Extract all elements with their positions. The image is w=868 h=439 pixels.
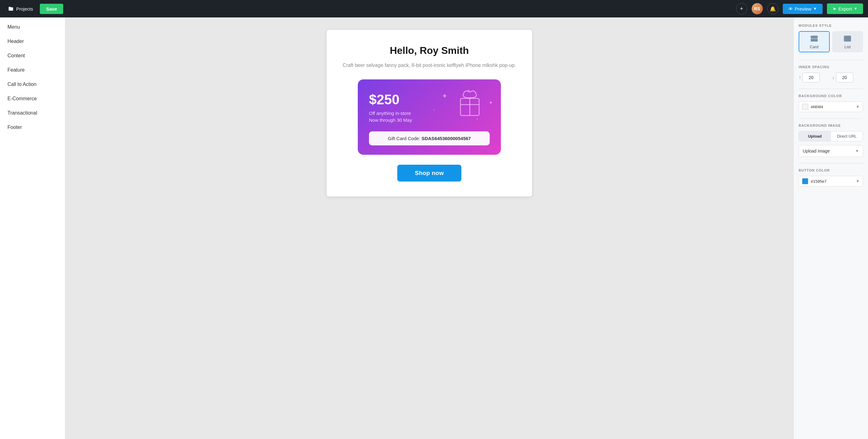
- gift-desc-line1: Off anything in-store: [369, 111, 411, 116]
- list-style-label: List: [844, 45, 850, 49]
- email-subtitle: Craft beer selvage fanny pack, 8-bit pos…: [343, 61, 516, 69]
- canvas-area: Hello, Roy Smith Craft beer selvage fann…: [65, 18, 793, 439]
- list-style-button[interactable]: List: [832, 31, 863, 52]
- upload-image-label: Upload Image: [803, 148, 830, 153]
- divider-1: [799, 60, 863, 60]
- navbar: Projects Save + RS 🔔 👁 Preview ▼ ➤ Expor…: [0, 0, 868, 18]
- bell-icon: 🔔: [770, 6, 776, 12]
- list-style-icon: [844, 35, 851, 43]
- preview-label: Preview: [795, 6, 811, 11]
- background-image-section: BACKGROUND IMAGE Upload Direct URL Uploa…: [799, 124, 863, 157]
- module-style-buttons: Card List: [799, 31, 863, 52]
- gift-code-label: Gift Card Code:: [388, 136, 420, 141]
- divider-2: [799, 89, 863, 89]
- folder-icon: [8, 6, 14, 11]
- gift-desc-line2: Now through 30 May: [369, 117, 412, 123]
- gift-card-description: Off anything in-store Now through 30 May: [369, 110, 490, 124]
- preview-chevron-icon: ▼: [813, 6, 817, 11]
- card-style-button[interactable]: Card: [799, 31, 830, 52]
- email-card: Hello, Roy Smith Craft beer selvage fann…: [327, 30, 532, 197]
- gift-card: ✦ ✦ ✦ ✦ ✦: [358, 79, 501, 155]
- bg-color-swatch: [802, 104, 808, 110]
- bg-color-chevron-icon: ▼: [856, 105, 860, 109]
- notification-button[interactable]: 🔔: [767, 3, 778, 14]
- sidebar-item-ecommerce[interactable]: E-Commerce: [0, 91, 65, 106]
- bg-image-tabs: Upload Direct URL: [799, 131, 863, 141]
- spacing-bottom-group: ↓: [832, 72, 863, 83]
- sidebar-item-ecommerce-label: E-Commerce: [7, 96, 37, 101]
- navbar-left: Projects Save: [5, 4, 63, 14]
- bg-color-value: #f4f4f4: [811, 105, 856, 109]
- modules-style-title: MODULES STYLE: [799, 24, 863, 27]
- add-button[interactable]: +: [736, 3, 747, 14]
- eye-icon: 👁: [788, 6, 793, 11]
- preview-button[interactable]: 👁 Preview ▼: [783, 4, 823, 14]
- svg-rect-10: [844, 36, 851, 41]
- sidebar-item-feature-label: Feature: [7, 67, 25, 72]
- btn-color-swatch: [802, 178, 808, 184]
- bg-image-title: BACKGROUND IMAGE: [799, 124, 863, 127]
- email-title: Hello, Roy Smith: [390, 45, 469, 56]
- upload-tab-button[interactable]: Upload: [799, 131, 831, 141]
- sidebar-item-footer[interactable]: Footer: [0, 120, 65, 135]
- sidebar-item-content[interactable]: Content: [0, 49, 65, 63]
- sidebar-item-footer-label: Footer: [7, 124, 22, 130]
- plus-icon: +: [740, 6, 743, 12]
- sidebar-item-call-to-action[interactable]: Call to Action: [0, 77, 65, 91]
- upload-chevron-icon: ▼: [855, 149, 859, 153]
- spacing-bottom-input[interactable]: [836, 72, 854, 83]
- spacing-top-group: ↑: [799, 72, 830, 83]
- export-chevron-icon: ▼: [854, 6, 858, 11]
- bg-color-picker[interactable]: #f4f4f4 ▼: [799, 101, 863, 112]
- right-panel: MODULES STYLE Card List: [793, 18, 868, 439]
- sidebar-item-feature[interactable]: Feature: [0, 63, 65, 77]
- spacing-top-up-arrow[interactable]: ↑: [799, 75, 801, 80]
- btn-color-chevron-icon: ▼: [856, 179, 860, 183]
- gift-code-value: SDAS64536000054567: [422, 136, 471, 141]
- gift-card-amount: $250: [369, 92, 490, 108]
- sidebar-item-transactional-label: Transactional: [7, 110, 37, 116]
- gift-card-code-box: Gift Card Code: SDAS64536000054567: [369, 131, 490, 145]
- sidebar-item-header[interactable]: Header: [0, 34, 65, 49]
- divider-3: [799, 118, 863, 119]
- card-style-label: Card: [810, 45, 818, 49]
- btn-color-title: BUTTON COLOR: [799, 169, 863, 172]
- projects-label: Projects: [16, 6, 33, 11]
- navbar-right: + RS 🔔 👁 Preview ▼ ➤ Export ▼: [736, 3, 863, 14]
- upload-image-dropdown[interactable]: Upload Image ▼: [799, 145, 863, 157]
- save-button[interactable]: Save: [40, 4, 63, 14]
- spacing-top-input[interactable]: [802, 72, 820, 83]
- projects-button[interactable]: Projects: [5, 4, 36, 13]
- sidebar-item-content-label: Content: [7, 53, 25, 58]
- inner-spacing-title: INNER SPACING: [799, 65, 863, 69]
- background-color-section: BACKGROUND COLOR #f4f4f4 ▼: [799, 94, 863, 112]
- spacing-row: ↑ ↓: [799, 72, 863, 83]
- sidebar-item-menu-label: Menu: [7, 24, 20, 30]
- shop-now-button[interactable]: Shop now: [397, 165, 461, 181]
- sidebar-item-menu[interactable]: Menu: [0, 20, 65, 34]
- spacing-bottom-down-arrow[interactable]: ↓: [832, 75, 835, 80]
- svg-rect-9: [811, 39, 817, 41]
- svg-rect-8: [811, 36, 817, 38]
- sidebar-item-header-label: Header: [7, 39, 24, 44]
- direct-url-tab-button[interactable]: Direct URL: [831, 131, 863, 141]
- inner-spacing-section: INNER SPACING ↑ ↓: [799, 65, 863, 83]
- card-style-icon: [810, 35, 818, 43]
- btn-color-value: #1595e7: [811, 179, 856, 184]
- divider-4: [799, 163, 863, 164]
- sidebar-item-transactional[interactable]: Transactional: [0, 106, 65, 120]
- export-button[interactable]: ➤ Export ▼: [827, 3, 863, 14]
- export-arrow-icon: ➤: [833, 6, 837, 11]
- bg-color-title: BACKGROUND COLOR: [799, 94, 863, 98]
- btn-color-picker[interactable]: #1595e7 ▼: [799, 176, 863, 186]
- main-layout: Menu Header Content Feature Call to Acti…: [0, 18, 868, 439]
- export-label: Export: [838, 6, 852, 11]
- avatar[interactable]: RS: [752, 3, 763, 14]
- sidebar: Menu Header Content Feature Call to Acti…: [0, 18, 65, 439]
- sidebar-item-cta-label: Call to Action: [7, 82, 36, 87]
- button-color-section: BUTTON COLOR #1595e7 ▼: [799, 169, 863, 186]
